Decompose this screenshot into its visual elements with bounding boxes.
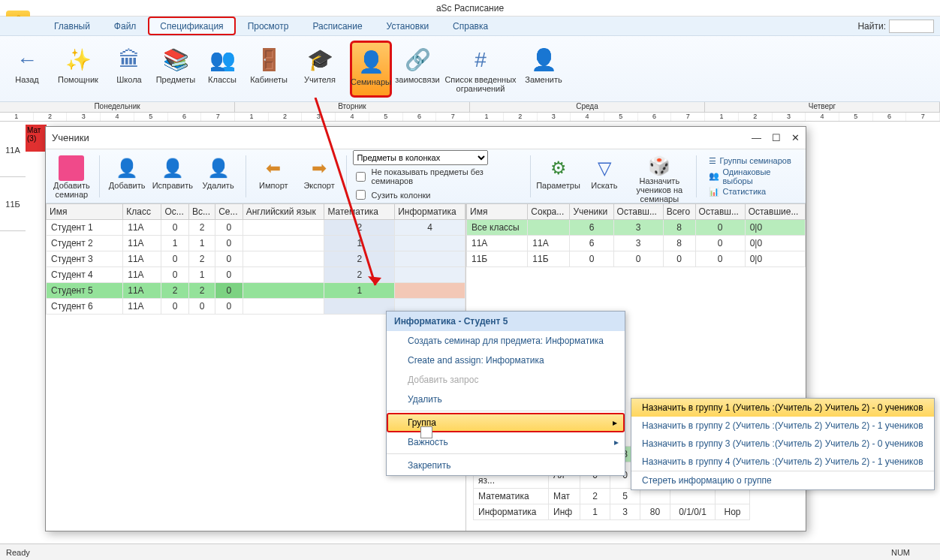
ribbon-icon: 🔗 bbox=[402, 45, 432, 75]
col-header[interactable]: Английский язык bbox=[243, 204, 324, 220]
menu-tab-главный[interactable]: Главный bbox=[42, 17, 102, 35]
classes-table[interactable]: ИмяСокра...УченикиОставш...ВсегоОставш..… bbox=[466, 203, 806, 267]
col-header[interactable]: Ос... bbox=[161, 204, 189, 220]
ribbon-предметы[interactable]: 📚Предметы bbox=[155, 41, 197, 98]
find-box: Найти: bbox=[857, 20, 934, 33]
dialog-title: Ученики bbox=[52, 132, 89, 143]
lesson-chip-mat[interactable]: Мат (3) bbox=[26, 125, 47, 152]
ribbon-icon: 👤 bbox=[529, 45, 559, 75]
ribbon-школа[interactable]: 🏛Школа bbox=[108, 41, 150, 98]
ctx-pin[interactable]: Закрепить bbox=[387, 456, 625, 475]
ribbon-семинары[interactable]: 👤Семинары bbox=[350, 41, 392, 98]
ribbon-список-введенных-ограничений[interactable]: #Список введенных ограничений bbox=[443, 41, 518, 98]
table-row[interactable]: Все классы63800|0 bbox=[467, 220, 806, 236]
statistics-link[interactable]: 📊Статистика bbox=[709, 187, 801, 197]
col-header[interactable]: Всего bbox=[663, 204, 695, 220]
minimize-icon[interactable]: — bbox=[752, 132, 761, 143]
ctx-create-seminar[interactable]: Создать семинар для предмета: Информатик… bbox=[387, 331, 625, 351]
ribbon-icon: 👥 bbox=[207, 45, 237, 75]
col-header[interactable]: Вс... bbox=[188, 204, 215, 220]
submenu-item[interactable]: Назначить в группу 1 (Учитель :(Учитель … bbox=[631, 399, 934, 417]
ribbon-учителя[interactable]: 🎓Учителя bbox=[294, 41, 345, 98]
export-button[interactable]: ➡Экспорт bbox=[298, 152, 341, 200]
ctx-create-assign[interactable]: Create and assign: Информатика bbox=[387, 351, 625, 370]
table-row[interactable]: 11Б11Б00000|0 bbox=[467, 251, 806, 267]
col-header[interactable]: Имя bbox=[47, 204, 123, 220]
close-icon[interactable]: ✕ bbox=[791, 132, 800, 143]
context-menu: Информатика - Студент 5 Создать семинар … bbox=[386, 311, 625, 476]
col-header[interactable]: Оставш... bbox=[695, 204, 745, 220]
class-label[interactable]: 11Б bbox=[0, 177, 26, 231]
chevron-right-icon: ▸ bbox=[613, 417, 617, 428]
delete-button[interactable]: 👤Удалить bbox=[197, 152, 240, 200]
table-row[interactable]: 11А11А63800|0 bbox=[467, 236, 806, 251]
ribbon: ←Назад✨Помощник🏛Школа📚Предметы👥Классы🚪Ка… bbox=[0, 36, 940, 102]
ribbon-icon: 📚 bbox=[161, 45, 191, 75]
cell-focus-indicator bbox=[420, 426, 432, 438]
table-row[interactable]: Студент 511А2201 bbox=[47, 283, 465, 299]
subjects-in-columns-select[interactable]: Предметы в колонках bbox=[353, 150, 488, 165]
dialog-titlebar: Ученики — ☐ ✕ bbox=[46, 127, 806, 149]
submenu-item[interactable]: Назначить в группу 2 (Учитель :(Учитель … bbox=[631, 417, 934, 435]
find-input[interactable] bbox=[889, 20, 934, 33]
find-label: Найти: bbox=[857, 21, 886, 32]
params-button[interactable]: ⚙Параметры bbox=[537, 152, 580, 200]
menu-tab-справка[interactable]: Справка bbox=[441, 17, 500, 35]
students-table[interactable]: ИмяКлассОс...Вс...Се...Английский языкМа… bbox=[46, 203, 465, 315]
ctx-delete[interactable]: Удалить bbox=[387, 390, 625, 409]
assign-button[interactable]: 🎲Назначить учеников на семинары bbox=[628, 152, 690, 200]
menu-tab-файл[interactable]: Файл bbox=[102, 17, 149, 35]
edit-button[interactable]: 👤Исправить bbox=[151, 152, 194, 200]
hide-no-seminar-checkbox[interactable]: Не показывать предметы без семинаров bbox=[353, 167, 523, 185]
col-header[interactable]: Информатика bbox=[395, 204, 465, 220]
col-header[interactable]: Се... bbox=[215, 204, 243, 220]
class-label[interactable]: 11А bbox=[0, 123, 26, 177]
chevron-right-icon: ▸ bbox=[614, 437, 619, 447]
table-row[interactable]: Студент 311А0202 bbox=[47, 251, 465, 267]
table-row[interactable]: Студент 411А0102 bbox=[47, 267, 465, 283]
dialog-toolbar: Добавить семинар 👤Добавить 👤Исправить 👤У… bbox=[46, 149, 806, 203]
ribbon-заменить[interactable]: 👤Заменить bbox=[523, 41, 565, 98]
menu-tab-установки[interactable]: Установки bbox=[375, 17, 441, 35]
col-header[interactable]: Математика bbox=[324, 204, 395, 220]
col-header[interactable]: Класс bbox=[123, 204, 161, 220]
menu-tab-спецификация[interactable]: Спецификация bbox=[148, 17, 235, 35]
table-row[interactable]: МатематикаМат25 bbox=[474, 489, 750, 504]
status-bar: Ready NUM bbox=[0, 543, 940, 560]
col-header[interactable]: Сокра... bbox=[528, 204, 570, 220]
add-seminar-button[interactable]: Добавить семинар bbox=[50, 152, 93, 200]
search-button[interactable]: ▽Искать bbox=[583, 152, 626, 200]
ribbon-icon: ✨ bbox=[63, 45, 93, 75]
ribbon-заимосвязи[interactable]: 🔗заимосвязи bbox=[396, 41, 438, 98]
menu-bar: ГлавныйФайлСпецификацияПросмотрРасписани… bbox=[0, 17, 940, 36]
app-title: aSc Расписание bbox=[436, 3, 504, 14]
context-header: Информатика - Студент 5 bbox=[387, 312, 625, 331]
day-header: Четверг bbox=[705, 102, 940, 112]
narrow-columns-checkbox[interactable]: Сузить колонки bbox=[353, 188, 523, 202]
table-row[interactable]: ИнформатикаИнф13800/1/0/1Нор bbox=[474, 504, 750, 520]
same-choices-link[interactable]: 👥Одинаковые выборы bbox=[709, 167, 801, 185]
table-row[interactable]: Студент 211А1101 bbox=[47, 236, 465, 251]
table-row[interactable]: Студент 111А02024 bbox=[47, 220, 465, 236]
submenu-item[interactable]: Стереть информацию о группе bbox=[631, 471, 934, 489]
col-header[interactable]: Ученики bbox=[570, 204, 613, 220]
maximize-icon[interactable]: ☐ bbox=[772, 132, 781, 143]
menu-tab-расписание[interactable]: Расписание bbox=[300, 17, 374, 35]
ribbon-классы[interactable]: 👥Классы bbox=[201, 41, 243, 98]
ctx-add-request: Добавить запрос bbox=[387, 370, 625, 390]
list-icon: ☰ bbox=[709, 156, 716, 166]
submenu-item[interactable]: Назначить в группу 4 (Учитель :(Учитель … bbox=[631, 453, 934, 471]
seminar-groups-link[interactable]: ☰Группы семинаров bbox=[709, 156, 801, 166]
import-button[interactable]: ⬅Импорт bbox=[252, 152, 295, 200]
add-button[interactable]: 👤Добавить bbox=[106, 152, 149, 200]
col-header[interactable]: Оставш... bbox=[613, 204, 663, 220]
ribbon-назад[interactable]: ←Назад bbox=[6, 41, 48, 98]
ribbon-icon: 🏛 bbox=[114, 45, 144, 75]
submenu-item[interactable]: Назначить в группу 3 (Учитель :(Учитель … bbox=[631, 435, 934, 453]
ribbon-icon: ← bbox=[12, 45, 42, 75]
col-header[interactable]: Имя bbox=[467, 204, 528, 220]
menu-tab-просмотр[interactable]: Просмотр bbox=[236, 17, 301, 35]
ribbon-кабинеты[interactable]: 🚪Кабинеты bbox=[248, 41, 290, 98]
col-header[interactable]: Оставшие... bbox=[745, 204, 805, 220]
ribbon-помощник[interactable]: ✨Помощник bbox=[53, 41, 104, 98]
